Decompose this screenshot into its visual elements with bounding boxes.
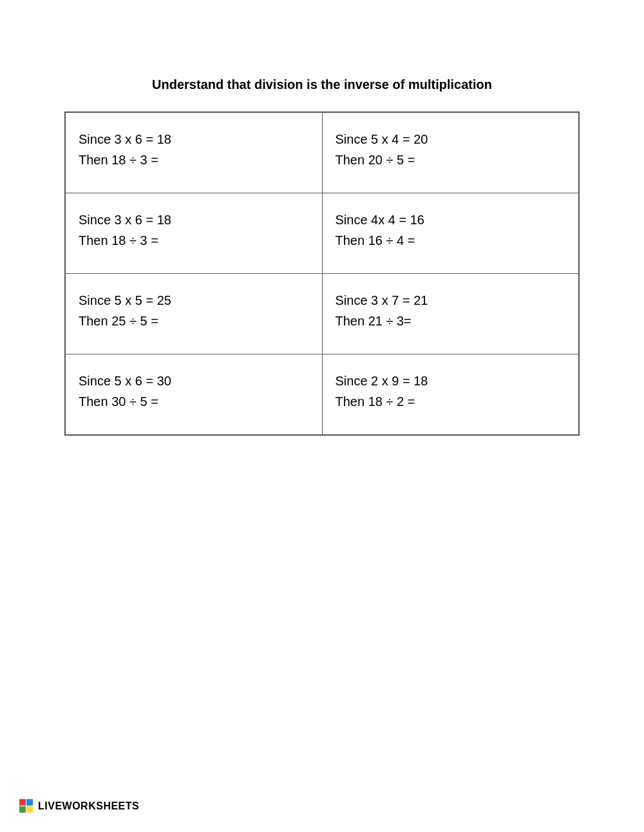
then-text: Then 20 ÷ 5 = (336, 150, 566, 170)
cell-1-content: Since 3 x 6 = 18 Then 18 ÷ 3 = (79, 129, 309, 170)
then-text: Then 18 ÷ 3 = (79, 150, 309, 170)
then-text: Then 18 ÷ 2 = (336, 391, 566, 412)
cell-4-content: Since 4x 4 = 16 Then 16 ÷ 4 = (336, 209, 566, 251)
page-content: Understand that division is the inverse … (0, 0, 644, 487)
table-row: Since 3 x 6 = 18 Then 18 ÷ 3 = Since 4x … (65, 193, 579, 274)
logo-grid (19, 799, 33, 813)
cell-7-content: Since 5 x 6 = 30 Then 30 ÷ 5 = (79, 371, 309, 412)
liveworksheets-logo (19, 799, 33, 813)
logo-block-green (19, 806, 26, 813)
cell-1: Since 3 x 6 = 18 Then 18 ÷ 3 = (65, 112, 322, 193)
then-text: Then 21 ÷ 3= (336, 311, 566, 331)
then-text: Then 18 ÷ 3 = (79, 230, 309, 251)
cell-5: Since 5 x 5 = 25 Then 25 ÷ 5 = (65, 274, 322, 354)
since-text: Since 5 x 6 = 30 (79, 371, 309, 391)
cell-6-content: Since 3 x 7 = 21 Then 21 ÷ 3= (336, 290, 566, 331)
cell-8-content: Since 2 x 9 = 18 Then 18 ÷ 2 = (336, 371, 566, 412)
since-text: Since 3 x 6 = 18 (79, 129, 309, 150)
page-title: Understand that division is the inverse … (64, 77, 580, 92)
cell-8: Since 2 x 9 = 18 Then 18 ÷ 2 = (322, 354, 579, 436)
since-text: Since 2 x 9 = 18 (336, 371, 566, 391)
table-row: Since 5 x 5 = 25 Then 25 ÷ 5 = Since 3 x… (65, 274, 579, 354)
since-text: Since 3 x 6 = 18 (79, 209, 309, 230)
cell-7: Since 5 x 6 = 30 Then 30 ÷ 5 = (65, 354, 322, 436)
cell-2: Since 5 x 4 = 20 Then 20 ÷ 5 = (322, 112, 579, 193)
table-row: Since 5 x 6 = 30 Then 30 ÷ 5 = Since 2 x… (65, 354, 579, 436)
logo-block-yellow (26, 806, 33, 813)
cell-6: Since 3 x 7 = 21 Then 21 ÷ 3= (322, 274, 579, 354)
brand-name: LIVEWORKSHEETS (38, 800, 139, 812)
table-row: Since 3 x 6 = 18 Then 18 ÷ 3 = Since 5 x… (65, 112, 579, 193)
cell-2-content: Since 5 x 4 = 20 Then 20 ÷ 5 = (336, 129, 566, 170)
footer: LIVEWORKSHEETS (19, 799, 139, 813)
logo-block-blue (26, 799, 33, 806)
cell-4: Since 4x 4 = 16 Then 16 ÷ 4 = (322, 193, 579, 274)
cell-5-content: Since 5 x 5 = 25 Then 25 ÷ 5 = (79, 290, 309, 331)
then-text: Then 16 ÷ 4 = (336, 230, 566, 251)
cell-3-content: Since 3 x 6 = 18 Then 18 ÷ 3 = (79, 209, 309, 251)
since-text: Since 3 x 7 = 21 (336, 290, 566, 311)
since-text: Since 5 x 4 = 20 (336, 129, 566, 150)
since-text: Since 5 x 5 = 25 (79, 290, 309, 311)
cell-3: Since 3 x 6 = 18 Then 18 ÷ 3 = (65, 193, 322, 274)
logo-block-red (19, 799, 26, 806)
then-text: Then 30 ÷ 5 = (79, 391, 309, 412)
worksheet-table: Since 3 x 6 = 18 Then 18 ÷ 3 = Since 5 x… (64, 111, 580, 436)
then-text: Then 25 ÷ 5 = (79, 311, 309, 331)
since-text: Since 4x 4 = 16 (336, 209, 566, 230)
